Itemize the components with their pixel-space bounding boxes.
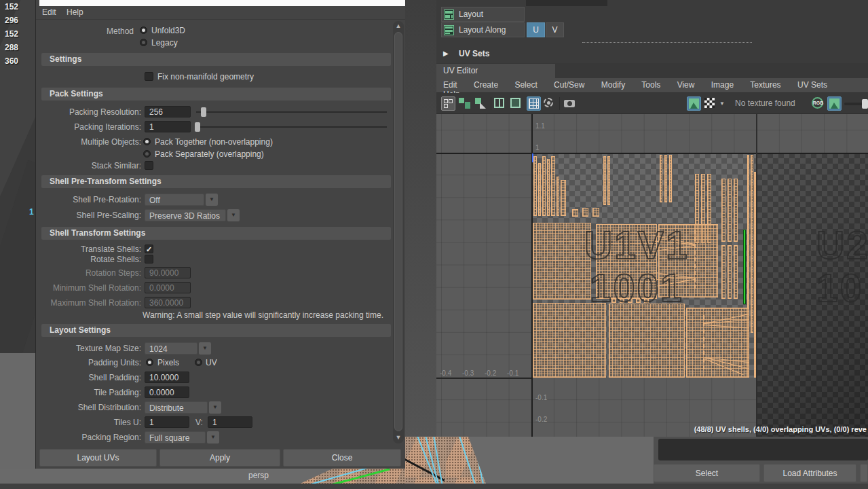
uv-shell[interactable] bbox=[603, 156, 606, 205]
orient-shells-icon[interactable] bbox=[474, 96, 488, 111]
layout-button[interactable]: Layout bbox=[441, 7, 525, 22]
pack-separately-radio[interactable] bbox=[143, 150, 151, 158]
menu-help[interactable]: Help bbox=[67, 7, 83, 17]
uve-menu-tools[interactable]: Tools bbox=[641, 80, 660, 90]
uv-editor-canvas[interactable]: U1V1 1001 U2 10 1.1 1 -0.1 -0.2 -0.4 -0.… bbox=[436, 114, 868, 437]
packing-resolution-slider[interactable] bbox=[196, 111, 387, 113]
copy-tab-button-partial[interactable] bbox=[860, 464, 868, 482]
load-attributes-button[interactable]: Load Attributes bbox=[763, 464, 856, 482]
texture-map-size-dropdown-arrow-icon[interactable]: ▼ bbox=[199, 342, 211, 355]
method-unfold3d-radio[interactable] bbox=[140, 26, 147, 34]
attribute-field[interactable] bbox=[658, 439, 868, 460]
uv-shell[interactable] bbox=[660, 155, 662, 202]
uve-menu-edit[interactable]: Edit bbox=[443, 80, 457, 90]
pre-scaling-dropdown[interactable]: Preserve 3D Ratios bbox=[145, 209, 226, 221]
stack-similar-checkbox[interactable] bbox=[145, 161, 153, 170]
persp-viewport-left[interactable]: 152 296 152 288 360 1 bbox=[0, 0, 35, 489]
pretransform-section-header[interactable]: Shell Pre-Transform Settings bbox=[41, 175, 391, 188]
uve-menu-textures[interactable]: Textures bbox=[750, 80, 780, 90]
packing-resolution-input[interactable]: 256 bbox=[145, 106, 191, 117]
uv-shell[interactable] bbox=[556, 177, 559, 216]
layout-settings-section-header[interactable]: Layout Settings bbox=[41, 324, 391, 337]
dialog-titlebar[interactable] bbox=[39, 0, 406, 6]
close-button[interactable]: Close bbox=[283, 449, 401, 467]
translate-shells-checkbox[interactable]: ✓ bbox=[145, 244, 153, 253]
uv-shell[interactable] bbox=[734, 245, 738, 299]
layout-along-v-button[interactable]: V bbox=[546, 22, 564, 37]
uv-shell[interactable] bbox=[609, 304, 685, 378]
padding-uv-radio[interactable] bbox=[195, 359, 202, 366]
uv-shell[interactable] bbox=[669, 155, 672, 202]
fix-nonmanifold-checkbox[interactable] bbox=[145, 72, 153, 81]
apply-button[interactable]: Apply bbox=[159, 449, 280, 467]
uv-editor-tab[interactable]: UV Editor bbox=[436, 64, 555, 78]
uv-shell[interactable] bbox=[572, 209, 578, 217]
uv-shell[interactable] bbox=[664, 155, 667, 202]
pack-together-radio[interactable] bbox=[143, 138, 151, 145]
rgb-channels-icon[interactable]: RGB bbox=[811, 96, 825, 111]
texture-display-icon[interactable] bbox=[687, 96, 701, 111]
pre-scaling-dropdown-arrow-icon[interactable]: ▼ bbox=[227, 209, 240, 221]
tile-fill-icon[interactable] bbox=[509, 96, 523, 111]
checker-display-icon[interactable] bbox=[703, 96, 717, 111]
method-legacy-radio[interactable] bbox=[140, 39, 147, 46]
uv-shell[interactable] bbox=[754, 172, 756, 378]
uve-menu-uvsets[interactable]: UV Sets bbox=[797, 80, 827, 90]
packing-resolution-slider-handle[interactable] bbox=[201, 107, 206, 117]
uv-shell[interactable] bbox=[734, 179, 738, 242]
uve-menu-cutsew[interactable]: Cut/Sew bbox=[554, 80, 584, 90]
uv-shell[interactable] bbox=[533, 223, 591, 300]
uve-menu-view[interactable]: View bbox=[677, 80, 695, 90]
grid-snap-icon[interactable] bbox=[527, 96, 541, 111]
uve-menu-select[interactable]: Select bbox=[514, 80, 537, 90]
tile-frame-icon[interactable] bbox=[493, 96, 507, 111]
uv-shell[interactable] bbox=[538, 163, 541, 216]
image-display-icon[interactable] bbox=[827, 96, 842, 111]
texture-map-size-dropdown[interactable]: 1024 bbox=[145, 342, 197, 355]
uv-sets-collapse-icon[interactable]: ▶ bbox=[443, 50, 449, 57]
packing-iterations-slider-handle[interactable] bbox=[195, 122, 200, 132]
packing-region-dropdown[interactable]: Full square bbox=[145, 431, 206, 443]
uv-shell[interactable] bbox=[751, 155, 753, 333]
tiles-u-input[interactable]: 1 bbox=[145, 416, 189, 428]
layout-along-u-button[interactable]: U bbox=[527, 22, 545, 37]
rotate-shells-checkbox[interactable] bbox=[145, 255, 153, 264]
padding-pixels-radio[interactable] bbox=[146, 359, 153, 366]
select-button[interactable]: Select bbox=[654, 464, 760, 482]
uv-shell[interactable] bbox=[592, 208, 599, 217]
uve-menu-modify[interactable]: Modify bbox=[601, 80, 625, 90]
texture-dropdown-arrow-icon[interactable]: ▼ bbox=[719, 101, 725, 107]
selected-uv-edge[interactable] bbox=[743, 230, 746, 304]
tile-padding-input[interactable]: 0.0000 bbox=[145, 386, 189, 398]
scroll-down-icon[interactable]: ▼ bbox=[393, 434, 404, 441]
scrollbar-thumb[interactable] bbox=[394, 32, 402, 431]
uv-shell[interactable] bbox=[728, 179, 732, 242]
shell-distribution-dropdown[interactable]: Distribute bbox=[145, 401, 208, 414]
uv-shell[interactable] bbox=[728, 245, 732, 299]
transform-section-header[interactable]: Shell Transform Settings bbox=[41, 227, 391, 240]
menu-edit[interactable]: Edit bbox=[42, 7, 56, 17]
tiles-v-input[interactable]: 1 bbox=[208, 416, 252, 428]
uv-snapshot-camera-icon[interactable] bbox=[563, 96, 577, 111]
packing-iterations-input[interactable]: 1 bbox=[145, 121, 191, 132]
persp-viewport-strip[interactable] bbox=[405, 0, 436, 489]
dialog-scrollbar[interactable]: ▲ ▼ bbox=[393, 21, 404, 443]
uv-shell[interactable] bbox=[533, 156, 537, 216]
shell-padding-input[interactable]: 10.0000 bbox=[145, 372, 189, 383]
uve-menu-image[interactable]: Image bbox=[711, 80, 734, 90]
pack-shells-icon[interactable] bbox=[457, 96, 472, 111]
uv-shell[interactable] bbox=[582, 208, 588, 217]
uve-menu-create[interactable]: Create bbox=[474, 80, 498, 90]
uv-grid-view-icon[interactable] bbox=[441, 96, 455, 111]
shell-distribution-dropdown-arrow-icon[interactable]: ▼ bbox=[209, 401, 221, 414]
pre-rotation-dropdown-arrow-icon[interactable]: ▼ bbox=[206, 194, 218, 206]
uv-shell[interactable] bbox=[721, 179, 725, 242]
exposure-slider-handle[interactable] bbox=[862, 99, 868, 109]
settings-section-header[interactable]: Settings bbox=[41, 53, 391, 66]
uv-shell[interactable] bbox=[607, 156, 610, 205]
scroll-up-icon[interactable]: ▲ bbox=[393, 22, 404, 29]
persp-viewport-bottom-mid[interactable] bbox=[405, 437, 654, 489]
uv-sets-section-label[interactable]: UV Sets bbox=[459, 49, 489, 58]
layout-uvs-button[interactable]: Layout UVs bbox=[39, 449, 157, 467]
packing-region-dropdown-arrow-icon[interactable]: ▼ bbox=[207, 431, 219, 443]
